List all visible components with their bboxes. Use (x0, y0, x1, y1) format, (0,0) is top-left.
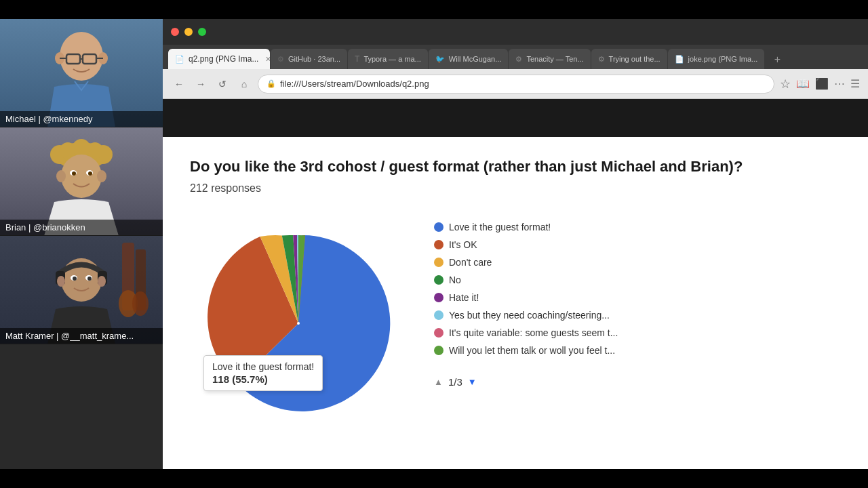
tabs-bar: 📄 q2.png (PNG Ima... ✕ ⚙ GitHub · 23an..… (163, 45, 868, 69)
tab-joke-label: joke.png (PNG Ima... (688, 55, 758, 63)
legend-label-3: No (449, 274, 461, 285)
video-sidebar: Michael | @mkennedy (0, 19, 163, 488)
legend-item-7: Will you let them talk or woll you feel … (434, 345, 618, 356)
tab-joke[interactable]: 📄 joke.png (PNG Ima... (668, 49, 765, 69)
video-feed-matt: Matt Kramer | @__matt_krame... (0, 236, 163, 344)
pie-chart-svg (190, 215, 407, 432)
tab-twitter[interactable]: 🐦 Will McGugan... (429, 49, 509, 69)
tab-q2-label: q2.png (PNG Ima... (189, 54, 258, 64)
pie-chart-container: Love it the guest format! 118 (55.7%) (190, 215, 407, 432)
legend-label-6: It's quite variable: some guests seem t.… (449, 327, 618, 338)
tab-typora-icon: T (355, 54, 359, 64)
legend-label-0: Love it the guest format! (449, 222, 551, 232)
page-content: Do you like the 3rd cohost / guest forma… (163, 137, 868, 469)
svg-point-18 (97, 170, 106, 182)
svg-point-36 (87, 277, 92, 281)
tab-twitter-label: Will McGugan... (449, 55, 502, 63)
svg-point-22 (88, 171, 92, 176)
svg-point-37 (297, 322, 300, 325)
legend-dot-2 (434, 258, 443, 267)
legend-item-5: Yes but they need coaching/steering... (434, 310, 618, 321)
svg-point-27 (132, 291, 149, 316)
close-button[interactable] (171, 28, 179, 36)
tooltip-label: Love it the guest format! (212, 361, 314, 372)
sidebar-empty (0, 344, 163, 488)
more-icon[interactable]: ⋯ (834, 77, 845, 90)
matt-name-label: Matt Kramer | @__matt_krame... (0, 328, 163, 344)
chart-tooltip: Love it the guest format! 118 (55.7%) (203, 355, 323, 391)
refresh-button[interactable]: ↺ (214, 76, 231, 92)
legend-label-1: It's OK (449, 239, 477, 250)
tab-q2-close[interactable]: ✕ (265, 55, 270, 64)
legend-label-2: Don't care (449, 257, 492, 268)
tab-q2[interactable]: 📄 q2.png (PNG Ima... ✕ (168, 49, 270, 69)
survey-question: Do you like the 3rd cohost / guest forma… (190, 157, 841, 177)
address-bar: ← → ↺ ⌂ 🔒 file:///Users/stream/Downloads… (163, 69, 868, 99)
chart-legend: Love it the guest format! It's OK Don't … (434, 215, 618, 388)
tab-trying-icon: ⚙ (598, 55, 605, 64)
svg-point-32 (98, 276, 106, 287)
tab-tenacity-icon: ⚙ (515, 55, 522, 64)
pagination-down-icon[interactable]: ▼ (468, 377, 477, 387)
svg-point-21 (72, 171, 76, 176)
legend-dot-0 (434, 222, 443, 232)
svg-point-16 (61, 155, 102, 198)
pagination-up-icon[interactable]: ▲ (434, 377, 443, 387)
legend-item-2: Don't care (434, 257, 618, 268)
legend-dot-4 (434, 293, 443, 302)
pagination-label: 1/3 (448, 376, 462, 388)
legend-item-0: Love it the guest format! (434, 222, 618, 232)
extensions-icon[interactable]: ⬛ (815, 77, 829, 90)
video-feed-brian: Brian | @brianokken (0, 127, 163, 236)
tab-trying-label: Trying out the... (609, 55, 660, 63)
svg-point-31 (57, 276, 65, 287)
black-bar-top (0, 0, 868, 19)
minimize-button[interactable] (184, 28, 193, 36)
brian-name-label: Brian | @brianokken (0, 220, 163, 235)
url-bar[interactable]: 🔒 file:///Users/stream/Downloads/q2.png (258, 75, 774, 94)
chart-pagination: ▲ 1/3 ▼ (434, 376, 618, 388)
tooltip-value: 118 (55.7%) (212, 373, 314, 385)
legend-dot-6 (434, 328, 443, 338)
tab-github-label: GitHub · 23an... (288, 55, 340, 63)
tab-github[interactable]: ⚙ GitHub · 23an... (271, 49, 347, 69)
title-bar (163, 19, 868, 45)
reading-list-icon[interactable]: 📖 (796, 77, 810, 90)
tab-typora[interactable]: T Typora — a ma... (348, 49, 428, 69)
back-button[interactable]: ← (171, 76, 187, 92)
michael-name-label: Michael | @mkennedy (0, 111, 163, 127)
legend-item-1: It's OK (434, 239, 618, 250)
lock-icon: 🔒 (267, 79, 276, 88)
main-layout: Michael | @mkennedy (0, 19, 868, 469)
tab-trying[interactable]: ⚙ Trying out the... (591, 49, 667, 69)
toolbar-icons: 📖 ⬛ ⋯ ☰ (796, 77, 860, 90)
video-feed-michael: Michael | @mkennedy (0, 19, 163, 127)
tab-tenacity-label: Tenacity — Ten... (526, 55, 583, 63)
tab-github-icon: ⚙ (277, 55, 284, 64)
home-button[interactable]: ⌂ (236, 76, 252, 92)
bookmark-icon[interactable]: ☆ (780, 77, 791, 92)
tab-tenacity[interactable]: ⚙ Tenacity — Ten... (509, 49, 590, 69)
legend-dot-5 (434, 310, 443, 320)
legend-dot-7 (434, 346, 443, 355)
browser-chrome: 📄 q2.png (PNG Ima... ✕ ⚙ GitHub · 23an..… (163, 19, 868, 469)
response-count: 212 responses (190, 182, 841, 195)
legend-item-3: No (434, 274, 618, 285)
legend-dot-3 (434, 275, 443, 285)
legend-label-7: Will you let them talk or woll you feel … (449, 345, 615, 356)
maximize-button[interactable] (198, 28, 206, 36)
forward-button[interactable]: → (193, 76, 209, 92)
tab-typora-label: Typora — a ma... (363, 55, 420, 63)
new-tab-button[interactable]: + (768, 50, 787, 69)
legend-dot-1 (434, 240, 443, 249)
tab-twitter-icon: 🐦 (435, 55, 445, 64)
legend-item-4: Hate it! (434, 292, 618, 303)
chart-area: Love it the guest format! 118 (55.7%) Lo… (190, 215, 841, 432)
url-text: file:///Users/stream/Downloads/q2.png (280, 79, 429, 89)
black-bar-bottom (0, 469, 868, 488)
menu-icon[interactable]: ☰ (850, 77, 860, 90)
tab-q2-icon: 📄 (175, 55, 184, 64)
legend-item-6: It's quite variable: some guests seem t.… (434, 327, 618, 338)
browser-top-black (163, 99, 868, 137)
svg-point-15 (73, 139, 90, 157)
